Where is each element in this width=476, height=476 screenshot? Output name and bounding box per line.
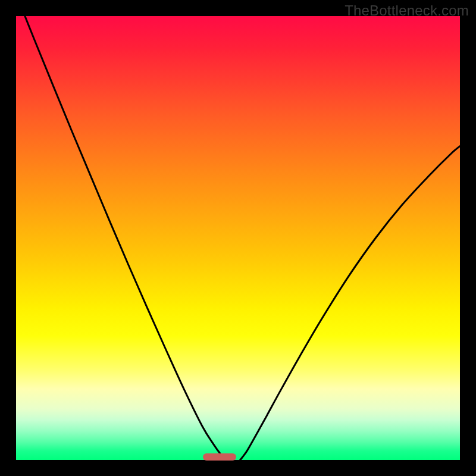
curves-layer [16, 16, 460, 460]
chart-frame: TheBottleneck.com [0, 0, 476, 476]
watermark-text: TheBottleneck.com [345, 2, 469, 19]
right-curve [240, 146, 460, 460]
left-curve [16, 0, 226, 460]
bottleneck-marker [203, 453, 236, 461]
